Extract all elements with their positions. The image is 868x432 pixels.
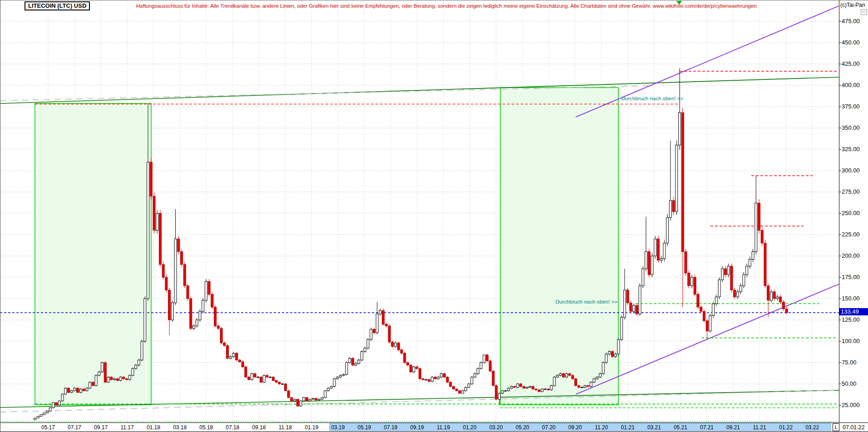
time-tick-label: 11.19 [437, 424, 450, 431]
time-tick-label: 05.20 [516, 424, 529, 431]
time-tick-label: 01.21 [621, 424, 635, 431]
price-tick-label: 375.00 [842, 103, 860, 110]
time-tick-label: 07.17 [68, 424, 81, 431]
time-tick-label: 01.22 [779, 424, 793, 431]
time-tick-label: 03.21 [647, 424, 661, 431]
price-tick-label: 250.00 [842, 210, 860, 216]
time-tick-label: 05.19 [357, 424, 371, 431]
last-price-badge: 133.49 [839, 308, 868, 315]
time-tick-label: 03.19 [331, 424, 345, 431]
price-tick-label: 400.00 [842, 82, 860, 88]
time-tick-label: 05.17 [41, 424, 55, 431]
time-tick-label: 07.20 [542, 424, 556, 431]
price-tick-label: 150.00 [842, 295, 860, 302]
price-tick-label: 175.00 [842, 274, 860, 280]
price-tick-label: 100.00 [842, 338, 860, 344]
time-tick-label: 07.18 [226, 424, 239, 431]
price-tick-label: 225.00 [842, 231, 860, 238]
time-tick-label: 05.18 [199, 424, 213, 431]
time-tick-label: 01.18 [147, 424, 160, 431]
time-tick-label: 09.19 [410, 424, 424, 431]
price-tick-label: 50.00 [842, 380, 857, 387]
time-tick-label: 09.21 [726, 424, 740, 431]
time-tick-label: 05.21 [674, 424, 687, 431]
annotation-breakout-mid: Durchbruch nach oben! >> [518, 299, 617, 304]
last-date-label: 07.01.22 [843, 424, 865, 431]
chart-title: LITECOIN (LTC) USD [25, 1, 90, 10]
price-tick-label: 425.00 [842, 60, 860, 67]
time-tick-label: 09.20 [568, 424, 582, 431]
annotation-breakout-upper: Durchbruch nach oben! >> [583, 96, 683, 101]
time-tick-label: 01.19 [305, 424, 318, 431]
minimize-icon[interactable]: − [861, 9, 867, 15]
price-tick-label: 300.00 [842, 167, 860, 174]
disclaimer-text: Haftungsausschluss für Inhalte: Alle Tre… [136, 3, 757, 9]
price-tick-label: 275.00 [842, 188, 860, 195]
time-tick-label: 11.20 [595, 424, 608, 431]
time-tick-label: 03.18 [173, 424, 187, 431]
axis-end-marker: L [833, 423, 839, 431]
price-tick-label: 200.00 [842, 252, 860, 259]
price-tick-label: 325.00 [842, 146, 860, 152]
time-tick-label: 11.17 [121, 424, 134, 431]
time-tick-label: 03.22 [805, 424, 819, 431]
chart-window: LITECOIN (LTC) USD Haftungsausschluss fü… [0, 0, 868, 432]
time-tick-label: 11.18 [279, 424, 292, 431]
time-tick-label: 01.20 [463, 424, 477, 431]
price-tick-label: 450.00 [842, 39, 860, 46]
price-tick-label: 75.00 [842, 359, 857, 366]
time-tick-label: 03.20 [489, 424, 503, 431]
price-tick-label: 25.000 [842, 402, 860, 408]
time-tick-label: 07.21 [700, 424, 714, 431]
time-tick-label: 07.19 [384, 424, 398, 431]
time-tick-label: 11.21 [753, 424, 766, 431]
copyright-label: (c)Tai-Pan [840, 2, 865, 8]
price-tick-label: 350.00 [842, 124, 860, 131]
time-tick-label: 09.17 [94, 424, 108, 431]
price-tick-label: 125.00 [842, 316, 860, 323]
time-tick-label: 09.18 [252, 424, 266, 431]
price-tick-label: 475.00 [842, 18, 860, 25]
price-chart[interactable] [0, 0, 868, 432]
